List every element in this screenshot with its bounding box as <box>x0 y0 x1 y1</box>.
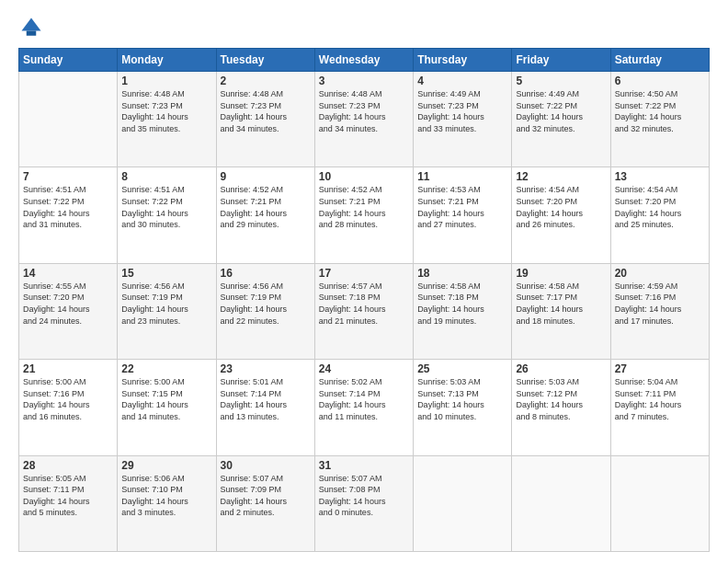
day-number: 24 <box>319 362 409 375</box>
svg-marker-0 <box>22 18 41 31</box>
day-cell: 23Sunrise: 5:01 AM Sunset: 7:14 PM Dayli… <box>216 360 314 455</box>
day-info: Sunrise: 5:02 AM Sunset: 7:14 PM Dayligh… <box>319 376 409 422</box>
day-number: 29 <box>121 459 211 472</box>
day-info: Sunrise: 5:03 AM Sunset: 7:13 PM Dayligh… <box>417 376 507 422</box>
week-row-1: 1Sunrise: 4:48 AM Sunset: 7:23 PM Daylig… <box>19 72 710 167</box>
week-row-5: 28Sunrise: 5:05 AM Sunset: 7:11 PM Dayli… <box>19 455 710 551</box>
day-number: 26 <box>516 362 606 375</box>
day-cell <box>512 455 610 551</box>
day-number: 18 <box>417 267 507 280</box>
day-number: 7 <box>23 170 113 183</box>
day-cell: 11Sunrise: 4:53 AM Sunset: 7:21 PM Dayli… <box>414 167 512 263</box>
day-info: Sunrise: 5:01 AM Sunset: 7:14 PM Dayligh… <box>221 376 311 422</box>
day-number: 16 <box>221 267 311 280</box>
day-cell: 10Sunrise: 4:52 AM Sunset: 7:21 PM Dayli… <box>314 167 413 263</box>
col-header-wednesday: Wednesday <box>314 49 413 72</box>
day-number: 6 <box>615 75 705 87</box>
day-number: 3 <box>319 75 409 87</box>
day-number: 25 <box>417 362 507 375</box>
day-number: 30 <box>221 459 311 472</box>
day-cell: 3Sunrise: 4:48 AM Sunset: 7:23 PM Daylig… <box>314 72 413 167</box>
day-cell: 15Sunrise: 4:56 AM Sunset: 7:19 PM Dayli… <box>118 263 216 359</box>
day-number: 8 <box>121 170 211 183</box>
day-cell: 1Sunrise: 4:48 AM Sunset: 7:23 PM Daylig… <box>118 72 216 167</box>
day-cell: 4Sunrise: 4:49 AM Sunset: 7:23 PM Daylig… <box>414 72 512 167</box>
day-number: 23 <box>221 362 311 375</box>
week-row-2: 7Sunrise: 4:51 AM Sunset: 7:22 PM Daylig… <box>19 167 710 263</box>
day-number: 1 <box>121 75 211 87</box>
day-cell: 2Sunrise: 4:48 AM Sunset: 7:23 PM Daylig… <box>216 72 314 167</box>
week-row-3: 14Sunrise: 4:55 AM Sunset: 7:20 PM Dayli… <box>19 263 710 359</box>
svg-rect-1 <box>27 31 37 36</box>
day-cell: 21Sunrise: 5:00 AM Sunset: 7:16 PM Dayli… <box>19 360 118 455</box>
day-number: 2 <box>221 75 311 87</box>
day-info: Sunrise: 4:49 AM Sunset: 7:23 PM Dayligh… <box>417 88 507 134</box>
day-info: Sunrise: 4:54 AM Sunset: 7:20 PM Dayligh… <box>516 184 606 230</box>
day-info: Sunrise: 4:56 AM Sunset: 7:19 PM Dayligh… <box>121 281 211 327</box>
page: SundayMondayTuesdayWednesdayThursdayFrid… <box>0 0 728 563</box>
day-number: 28 <box>23 459 113 472</box>
day-cell: 6Sunrise: 4:50 AM Sunset: 7:22 PM Daylig… <box>610 72 709 167</box>
col-header-monday: Monday <box>118 49 216 72</box>
day-info: Sunrise: 5:04 AM Sunset: 7:11 PM Dayligh… <box>615 376 705 422</box>
col-header-thursday: Thursday <box>414 49 512 72</box>
day-number: 21 <box>23 362 113 375</box>
day-cell: 31Sunrise: 5:07 AM Sunset: 7:08 PM Dayli… <box>314 455 413 551</box>
header <box>18 15 710 40</box>
day-info: Sunrise: 4:52 AM Sunset: 7:21 PM Dayligh… <box>221 184 311 230</box>
col-header-sunday: Sunday <box>19 49 118 72</box>
header-row: SundayMondayTuesdayWednesdayThursdayFrid… <box>19 49 710 72</box>
day-info: Sunrise: 5:00 AM Sunset: 7:15 PM Dayligh… <box>121 376 211 422</box>
day-info: Sunrise: 4:50 AM Sunset: 7:22 PM Dayligh… <box>615 88 705 134</box>
day-cell: 18Sunrise: 4:58 AM Sunset: 7:18 PM Dayli… <box>414 263 512 359</box>
day-cell: 7Sunrise: 4:51 AM Sunset: 7:22 PM Daylig… <box>19 167 118 263</box>
day-cell: 13Sunrise: 4:54 AM Sunset: 7:20 PM Dayli… <box>610 167 709 263</box>
day-info: Sunrise: 4:48 AM Sunset: 7:23 PM Dayligh… <box>319 88 409 134</box>
day-info: Sunrise: 4:48 AM Sunset: 7:23 PM Dayligh… <box>221 88 311 134</box>
day-info: Sunrise: 5:07 AM Sunset: 7:08 PM Dayligh… <box>319 473 409 519</box>
day-cell: 9Sunrise: 4:52 AM Sunset: 7:21 PM Daylig… <box>216 167 314 263</box>
day-cell: 19Sunrise: 4:58 AM Sunset: 7:17 PM Dayli… <box>512 263 610 359</box>
logo-icon <box>18 15 44 40</box>
day-info: Sunrise: 4:54 AM Sunset: 7:20 PM Dayligh… <box>615 184 705 230</box>
col-header-friday: Friday <box>512 49 610 72</box>
day-info: Sunrise: 4:59 AM Sunset: 7:16 PM Dayligh… <box>615 281 705 327</box>
day-cell: 16Sunrise: 4:56 AM Sunset: 7:19 PM Dayli… <box>216 263 314 359</box>
day-info: Sunrise: 4:51 AM Sunset: 7:22 PM Dayligh… <box>121 184 211 230</box>
day-number: 27 <box>615 362 705 375</box>
day-number: 20 <box>615 267 705 280</box>
day-info: Sunrise: 4:51 AM Sunset: 7:22 PM Dayligh… <box>23 184 113 230</box>
day-info: Sunrise: 4:52 AM Sunset: 7:21 PM Dayligh… <box>319 184 409 230</box>
day-number: 10 <box>319 170 409 183</box>
day-info: Sunrise: 5:00 AM Sunset: 7:16 PM Dayligh… <box>23 376 113 422</box>
week-row-4: 21Sunrise: 5:00 AM Sunset: 7:16 PM Dayli… <box>19 360 710 455</box>
day-cell: 25Sunrise: 5:03 AM Sunset: 7:13 PM Dayli… <box>414 360 512 455</box>
calendar-body: 1Sunrise: 4:48 AM Sunset: 7:23 PM Daylig… <box>19 72 710 552</box>
day-cell: 30Sunrise: 5:07 AM Sunset: 7:09 PM Dayli… <box>216 455 314 551</box>
day-cell: 28Sunrise: 5:05 AM Sunset: 7:11 PM Dayli… <box>19 455 118 551</box>
col-header-tuesday: Tuesday <box>216 49 314 72</box>
day-number: 4 <box>417 75 507 87</box>
day-info: Sunrise: 5:03 AM Sunset: 7:12 PM Dayligh… <box>516 376 606 422</box>
day-cell: 20Sunrise: 4:59 AM Sunset: 7:16 PM Dayli… <box>610 263 709 359</box>
day-number: 22 <box>121 362 211 375</box>
day-cell: 27Sunrise: 5:04 AM Sunset: 7:11 PM Dayli… <box>610 360 709 455</box>
day-cell: 24Sunrise: 5:02 AM Sunset: 7:14 PM Dayli… <box>314 360 413 455</box>
day-cell <box>19 72 118 167</box>
day-info: Sunrise: 4:58 AM Sunset: 7:18 PM Dayligh… <box>417 281 507 327</box>
day-number: 5 <box>516 75 606 87</box>
day-number: 17 <box>319 267 409 280</box>
day-info: Sunrise: 5:05 AM Sunset: 7:11 PM Dayligh… <box>23 473 113 519</box>
day-number: 31 <box>319 459 409 472</box>
day-info: Sunrise: 4:53 AM Sunset: 7:21 PM Dayligh… <box>417 184 507 230</box>
day-cell: 12Sunrise: 4:54 AM Sunset: 7:20 PM Dayli… <box>512 167 610 263</box>
day-number: 11 <box>417 170 507 183</box>
calendar-header: SundayMondayTuesdayWednesdayThursdayFrid… <box>19 49 710 72</box>
day-cell: 8Sunrise: 4:51 AM Sunset: 7:22 PM Daylig… <box>118 167 216 263</box>
day-number: 19 <box>516 267 606 280</box>
day-info: Sunrise: 4:57 AM Sunset: 7:18 PM Dayligh… <box>319 281 409 327</box>
day-number: 14 <box>23 267 113 280</box>
day-cell: 5Sunrise: 4:49 AM Sunset: 7:22 PM Daylig… <box>512 72 610 167</box>
day-info: Sunrise: 4:49 AM Sunset: 7:22 PM Dayligh… <box>516 88 606 134</box>
day-cell <box>414 455 512 551</box>
